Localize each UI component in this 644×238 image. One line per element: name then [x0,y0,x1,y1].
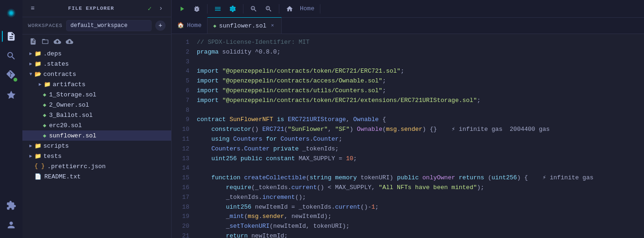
file-icon-txt: 📄 [35,173,42,180]
search-icon[interactable] [2,47,21,65]
workspace-selector[interactable]: default_workspace [66,20,152,31]
item-label: sunflower.sol [49,132,96,139]
run-btn[interactable] [175,2,188,15]
item-label: 1_Storage.sol [49,91,96,98]
arrow-icon: ▶ [28,61,34,67]
item-label: README.txt [44,173,81,180]
tab-sunflower-label: sunflower.sol [219,22,266,29]
toolbar-sep-2 [243,4,243,14]
tree-item-tests[interactable]: ▶ 📁 tests [22,151,171,161]
folder-icon: 📁 [44,81,51,88]
item-label: artifacts [53,81,85,88]
sidebar-chevron-icon[interactable]: › [156,4,166,13]
git-icon[interactable] [2,66,21,85]
logo-icon[interactable] [2,4,21,22]
new-file-btn[interactable] [28,36,38,47]
toggle-right-btn[interactable] [226,2,239,15]
file-toolbar [22,34,171,48]
workspace-label: WORKSPACES [28,23,62,28]
file-icon-sol: ◆ [43,91,46,98]
file-icon-sol: ◆ [43,112,46,119]
home-toolbar-btn[interactable] [283,2,296,15]
code-content[interactable]: // SPDX-License-Identifier: MIT pragma s… [195,34,644,238]
sidebar-title: FILE EXPLORER [68,6,114,11]
sidebar-check-icon[interactable]: ✓ [145,4,154,13]
toolbar-sep-4 [320,4,320,14]
home-tab-icon: 🏠 [177,22,184,29]
deploy-icon[interactable] [2,86,21,104]
tab-home-label: Home [187,22,201,29]
sidebar-right-actions: ✓ › [145,4,166,13]
tree-item-prettierrc[interactable]: ▶ { } .prettierrc.json [22,161,171,171]
workspace-add-btn[interactable]: + [155,20,166,31]
plugins-icon[interactable] [2,196,21,215]
sidebar: ≡ FILE EXPLORER ✓ › WORKSPACES default_w… [22,0,172,238]
tree-item-2-owner[interactable]: ◆ 2_Owner.sol [22,100,171,110]
svg-point-3 [232,8,234,10]
tree-item-deps[interactable]: ▶ 📁 .deps [22,48,171,59]
toolbar-sep-1 [207,4,208,14]
main-area: Home 🏠 Home ◆ sunflower.sol × 12345 6789… [172,0,644,238]
zoom-out-btn[interactable] [247,2,260,15]
toolbar-label: Home [300,5,314,12]
sidebar-header: ≡ FILE EXPLORER ✓ › [22,0,171,17]
tree-item-3-ballot[interactable]: ◆ 3_Ballot.sol [22,110,171,120]
item-label: .deps [43,50,62,57]
svg-point-2 [9,11,13,14]
tree-item-states[interactable]: ▶ 📁 .states [22,59,171,69]
arrow-icon: ▶ [28,143,34,149]
top-toolbar: Home [172,0,644,18]
folder-icon: 📁 [35,50,42,57]
toolbar-sep-3 [279,4,279,14]
arrow-icon: ▶ [28,51,34,56]
line-numbers: 12345 678910 1112131415 1617181920 21222… [172,34,195,238]
item-label: contracts [43,71,76,78]
item-label: 3_Ballot.sol [49,112,93,119]
tree-item-sunflower[interactable]: ◆ sunflower.sol [22,130,171,141]
debug-btn[interactable] [190,2,203,15]
sidebar-menu-btn[interactable]: ≡ [28,4,37,13]
download-btn[interactable] [64,36,75,47]
tabs-bar: 🏠 Home ◆ sunflower.sol × [172,18,644,34]
item-label: .prettierrc.json [48,163,106,170]
tab-sunflower[interactable]: ◆ sunflower.sol × [208,17,282,34]
files-icon[interactable] [2,27,21,46]
arrow-icon: ▼ [28,72,34,77]
upload-btn[interactable] [52,36,62,47]
new-folder-btn[interactable] [40,36,50,47]
activity-bar [0,0,22,238]
tree-item-readme[interactable]: ▶ 📄 README.txt [22,171,171,182]
item-label: 2_Owner.sol [49,102,89,109]
workspace-row: WORKSPACES default_workspace + [22,17,171,34]
item-label: .states [43,61,69,68]
item-label: erc20.sol [49,122,82,129]
folder-icon: 📁 [35,143,42,150]
tree-item-scripts[interactable]: ▶ 📁 scripts [22,141,171,151]
code-editor: 12345 678910 1112131415 1617181920 21222… [172,34,644,238]
item-label: tests [43,153,62,160]
workspace-name: default_workspace [70,22,127,29]
file-icon-json: { } [35,163,45,170]
tab-close-btn[interactable]: × [269,22,276,29]
item-label: scripts [43,143,69,150]
tree-item-erc20[interactable]: ◆ erc20.sol [22,120,171,130]
file-icon-sol: ◆ [43,102,46,109]
tab-home[interactable]: 🏠 Home [172,17,208,34]
arrow-icon: ▶ [28,153,34,159]
folder-icon: 📁 [35,153,42,160]
tree-item-contracts[interactable]: ▼ 📂 contracts [22,69,171,79]
file-icon-sol: ◆ [43,122,46,129]
tree-item-1-storage[interactable]: ◆ 1_Storage.sol [22,89,171,100]
folder-icon: 📁 [35,61,42,68]
sidebar-left-actions: ≡ [28,4,37,13]
file-tree: ▶ 📁 .deps ▶ 📁 .states ▼ 📂 contracts ▶ 📁 … [22,48,171,238]
tree-item-artifacts[interactable]: ▶ 📁 artifacts [22,79,171,89]
tab-sol-icon: ◆ [213,23,216,29]
zoom-in-btn[interactable] [262,2,275,15]
folder-open-icon: 📂 [35,71,42,78]
arrow-icon: ▶ [37,82,43,87]
file-icon-sol-active: ◆ [43,132,46,139]
toggle-left-btn[interactable] [211,2,224,15]
accounts-icon[interactable] [2,216,21,234]
